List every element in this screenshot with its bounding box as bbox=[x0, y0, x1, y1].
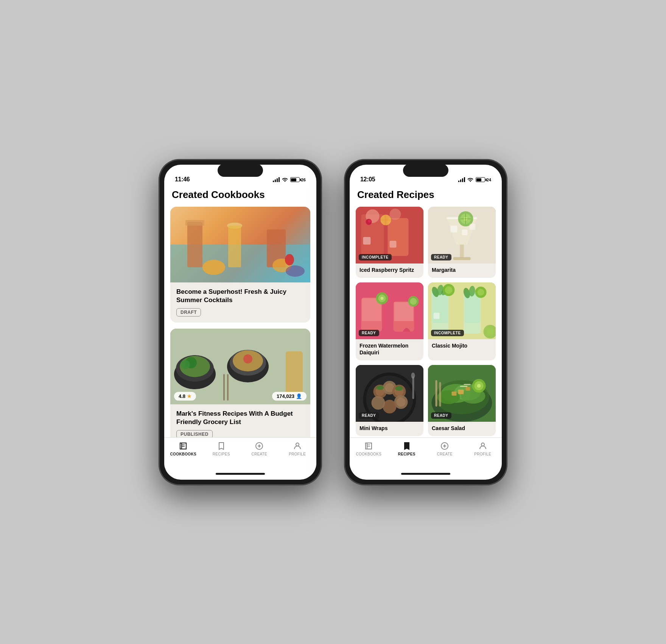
status-time-right: 12:05 bbox=[360, 176, 375, 183]
svg-point-24 bbox=[296, 443, 299, 446]
svg-rect-20 bbox=[286, 351, 303, 397]
cookbook-title-2: Mark's Fitness Recipes With A Budget Fri… bbox=[176, 410, 304, 426]
battery-number-right: 24 bbox=[487, 178, 491, 182]
svg-point-53 bbox=[381, 297, 384, 300]
status-time-left: 11:46 bbox=[175, 176, 190, 183]
phone-right: 12:05 bbox=[344, 159, 507, 485]
cookbook-meta-2: 4.8 ★ 174,023 👤 bbox=[174, 392, 307, 401]
svg-point-105 bbox=[477, 384, 481, 388]
svg-rect-91 bbox=[412, 376, 414, 399]
phones-container: 11:46 bbox=[159, 159, 507, 485]
recipe-status-2: READY bbox=[431, 254, 451, 260]
recipe-image-1: INCOMPLETE bbox=[356, 207, 423, 264]
tab-cookbooks-left[interactable]: COOKBOOKS bbox=[164, 441, 202, 456]
cookbook-card-2[interactable]: 4.8 ★ 174,023 👤 Mark's Fitness Recipes W… bbox=[170, 329, 310, 437]
svg-point-66 bbox=[445, 286, 453, 294]
home-indicator-left bbox=[164, 468, 316, 480]
status-icons-right: 24 bbox=[458, 177, 491, 183]
svg-rect-2 bbox=[185, 220, 204, 226]
cookbook-info-2: Mark's Fitness Recipes With A Budget Fri… bbox=[170, 404, 310, 437]
dynamic-island bbox=[218, 164, 263, 177]
svg-rect-108 bbox=[436, 380, 437, 407]
svg-point-75 bbox=[487, 328, 494, 335]
tab-profile-left[interactable]: PROFILE bbox=[279, 441, 317, 456]
rating-badge: 4.8 ★ bbox=[174, 392, 196, 401]
svg-rect-109 bbox=[439, 382, 441, 407]
cookbooks-content[interactable]: Created Cookbooks bbox=[164, 186, 316, 437]
tab-cookbooks-right[interactable]: COOKBOOKS bbox=[350, 441, 388, 456]
recipe-card-6[interactable]: READY Caesar Salad bbox=[428, 365, 496, 436]
svg-point-9 bbox=[286, 265, 305, 277]
svg-rect-27 bbox=[388, 218, 409, 256]
signal-bar-2 bbox=[275, 179, 276, 182]
svg-point-34 bbox=[368, 220, 371, 223]
dynamic-island-right bbox=[403, 164, 448, 177]
svg-rect-101 bbox=[466, 387, 470, 391]
recipes-content[interactable]: Created Recipes bbox=[350, 186, 502, 437]
recipe-info-2: Margarita bbox=[428, 264, 496, 278]
tab-label-recipes-left: RECIPES bbox=[213, 452, 230, 456]
svg-rect-35 bbox=[363, 237, 371, 245]
tab-profile-right[interactable]: PROFILE bbox=[464, 441, 502, 456]
recipe-status-3: READY bbox=[359, 330, 379, 336]
recipes-icon-left bbox=[217, 441, 226, 451]
followers-badge: 174,023 👤 bbox=[272, 392, 307, 401]
tab-label-profile-right: PROFILE bbox=[474, 452, 491, 456]
cookbooks-page-title: Created Cookbooks bbox=[164, 186, 316, 207]
tab-recipes-left[interactable]: RECIPES bbox=[202, 441, 241, 456]
home-bar-left bbox=[216, 473, 265, 475]
svg-point-6 bbox=[202, 260, 225, 275]
recipe-title-5: Mini Wraps bbox=[359, 425, 420, 432]
signal-bar-3 bbox=[277, 178, 278, 182]
battery-fill-left bbox=[291, 178, 296, 181]
tab-label-create-left: CREATE bbox=[251, 452, 267, 456]
recipe-status-4: INCOMPLETE bbox=[431, 330, 464, 336]
svg-point-17 bbox=[243, 354, 252, 363]
create-icon-left bbox=[255, 441, 264, 451]
tab-label-profile-left: PROFILE bbox=[289, 452, 306, 456]
battery-fill-right bbox=[476, 178, 481, 181]
svg-rect-107 bbox=[464, 384, 471, 385]
tab-create-left[interactable]: CREATE bbox=[240, 441, 279, 456]
svg-rect-38 bbox=[460, 245, 464, 258]
tab-label-cookbooks-left: COOKBOOKS bbox=[170, 452, 196, 456]
svg-point-86 bbox=[397, 398, 406, 407]
tab-recipes-right[interactable]: RECIPES bbox=[388, 441, 426, 456]
battery-icon-left bbox=[290, 177, 300, 182]
recipe-status-5: READY bbox=[359, 412, 379, 419]
cocktails-image bbox=[170, 207, 310, 282]
svg-rect-106 bbox=[460, 386, 468, 387]
recipe-card-5[interactable]: READY Mini Wraps bbox=[356, 365, 423, 436]
svg-point-111 bbox=[481, 443, 484, 446]
cookbook-image-2: 4.8 ★ 174,023 👤 bbox=[170, 329, 310, 404]
recipes-page-title: Created Recipes bbox=[350, 186, 502, 207]
recipe-title-2: Margarita bbox=[432, 267, 492, 273]
cookbook-card-1[interactable]: Become a Superhost! Fresh & Juicy Summer… bbox=[170, 207, 310, 323]
battery-container-right: 24 bbox=[476, 177, 491, 182]
tab-create-right[interactable]: CREATE bbox=[426, 441, 464, 456]
home-indicator-right bbox=[350, 468, 502, 480]
signal-bar-r3 bbox=[462, 178, 463, 182]
tab-label-cookbooks-right: COOKBOOKS bbox=[356, 452, 381, 456]
followers-value: 174,023 bbox=[277, 393, 294, 399]
svg-point-73 bbox=[478, 289, 484, 296]
svg-point-92 bbox=[411, 373, 415, 379]
recipe-card-4[interactable]: INCOMPLETE Classic Mojito bbox=[428, 282, 496, 360]
tab-bar-right: COOKBOOKS RECIPES CREATE bbox=[350, 437, 502, 468]
svg-rect-67 bbox=[434, 313, 440, 319]
recipe-info-3: Frozen Watermelon Daiquiri bbox=[356, 339, 423, 360]
cookbook-status-2: PUBLISHED bbox=[176, 430, 213, 437]
svg-rect-1 bbox=[187, 222, 202, 267]
recipe-title-3: Frozen Watermelon Daiquiri bbox=[359, 342, 420, 356]
svg-point-22 bbox=[181, 360, 190, 369]
svg-point-8 bbox=[285, 254, 294, 265]
wifi-icon-right bbox=[467, 177, 473, 183]
recipe-card-3[interactable]: READY Frozen Watermelon Daiquiri bbox=[356, 282, 423, 360]
recipe-card-1[interactable]: INCOMPLETE Iced Raspberry Spritz bbox=[356, 207, 423, 278]
recipe-info-1: Iced Raspberry Spritz bbox=[356, 264, 423, 278]
signal-bars-left bbox=[273, 177, 280, 182]
recipe-card-2[interactable]: READY Margarita bbox=[428, 207, 496, 278]
battery-container-left: 26 bbox=[290, 177, 306, 182]
recipe-title-1: Iced Raspberry Spritz bbox=[359, 267, 420, 273]
recipe-info-4: Classic Mojito bbox=[428, 339, 496, 354]
